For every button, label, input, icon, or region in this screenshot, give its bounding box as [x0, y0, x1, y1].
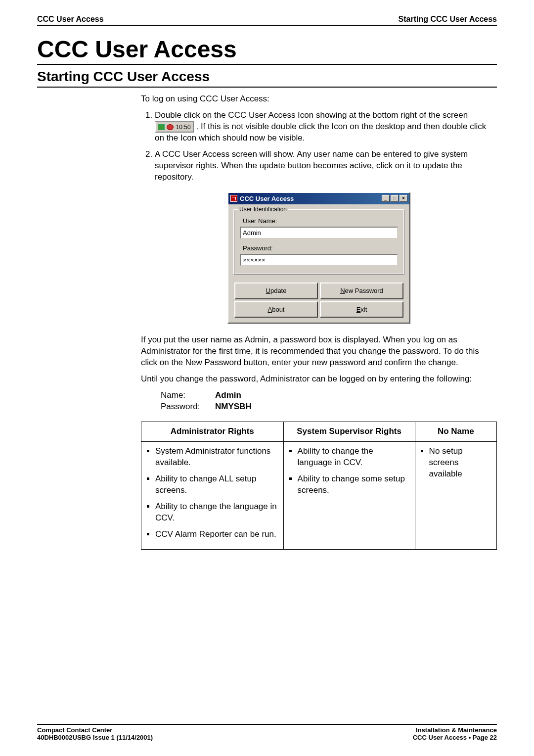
- group-legend: User Identification: [238, 205, 288, 213]
- exit-button[interactable]: Exit: [320, 301, 403, 318]
- cred-pass-val: NMYSBH: [215, 401, 252, 413]
- admin-right-4: CCV Alarm Reporter can be run.: [155, 529, 278, 540]
- new-password-button[interactable]: New Password: [320, 283, 403, 299]
- step-2: A CCC User Access screen will show. Any …: [155, 149, 497, 183]
- minimize-button[interactable]: _: [382, 195, 390, 202]
- step-1b: . If this is not visible double click th…: [155, 122, 486, 142]
- rights-table: Administrator Rights System Supervisor R…: [141, 422, 497, 550]
- tray-app-icon: [158, 124, 165, 130]
- cred-name-key: Name:: [161, 390, 215, 401]
- username-label: User Name:: [243, 217, 398, 226]
- dialog-title: CCC User Access: [240, 194, 382, 203]
- header-right: Starting CCC User Access: [399, 15, 497, 24]
- footer-r2: CCC User Access • Page 22: [413, 734, 497, 741]
- systray-icon: 10:50: [155, 121, 194, 133]
- sup-right-1: Ability to change the language in CCV.: [298, 446, 410, 469]
- cred-pass-key: Password:: [161, 401, 215, 413]
- admin-right-3: Ability to change the language in CCV.: [155, 501, 278, 524]
- page-title: CCC User Access: [37, 36, 497, 65]
- page-footer: Compact Contact Center 40DHB0002USBG Iss…: [37, 724, 497, 741]
- th-admin: Administrator Rights: [141, 422, 284, 442]
- admin-right-2: Ability to change ALL setup screens.: [155, 473, 278, 496]
- page-header: CCC User Access Starting CCC User Access: [37, 15, 497, 26]
- step-1: Double click on the CCC User Access Icon…: [155, 110, 497, 144]
- user-id-group: User Identification User Name: Admin Pas…: [233, 209, 404, 275]
- section-title: Starting CCC User Access: [37, 69, 497, 85]
- intro-text: To log on using CCC User Access:: [141, 94, 497, 105]
- about-button[interactable]: About: [234, 301, 318, 318]
- username-input[interactable]: Admin: [240, 227, 398, 239]
- sup-right-2: Ability to change some setup screens.: [298, 473, 410, 496]
- footer-l1: Compact Contact Center: [37, 726, 153, 734]
- default-credentials: Name:Admin Password:NMYSBH: [161, 390, 497, 413]
- footer-l2: 40DHB0002USBG Issue 1 (11/14/2001): [37, 734, 153, 741]
- admin-right-1: System Administrator functions available…: [155, 446, 278, 469]
- close-button[interactable]: ×: [400, 195, 407, 202]
- login-dialog: CCC User Access _ □ × User Identificatio…: [227, 192, 410, 324]
- maximize-button[interactable]: □: [391, 195, 399, 202]
- step-1a: Double click on the CCC User Access Icon…: [155, 110, 468, 120]
- cred-name-val: Admin: [215, 390, 241, 401]
- header-left: CCC User Access: [37, 15, 104, 24]
- admin-note-1: If you put the user name as Admin, a pas…: [141, 334, 497, 369]
- tray-status-icon: [167, 124, 174, 130]
- password-label: Password:: [243, 244, 398, 253]
- th-noname: No Name: [415, 422, 496, 442]
- steps-list: Double click on the CCC User Access Icon…: [141, 110, 497, 183]
- noname-right-1: No setup screens available: [429, 446, 491, 480]
- update-button[interactable]: Update: [234, 283, 318, 299]
- th-supervisor: System Supervisor Rights: [283, 422, 415, 442]
- admin-note-2: Until you change the password, Administr…: [141, 374, 497, 385]
- tray-time: 10:50: [176, 124, 191, 131]
- footer-r1: Installation & Maintenance: [413, 726, 497, 734]
- password-input[interactable]: ××××××: [240, 254, 398, 267]
- dialog-titlebar: CCC User Access _ □ ×: [228, 193, 409, 205]
- dialog-app-icon: [230, 195, 237, 202]
